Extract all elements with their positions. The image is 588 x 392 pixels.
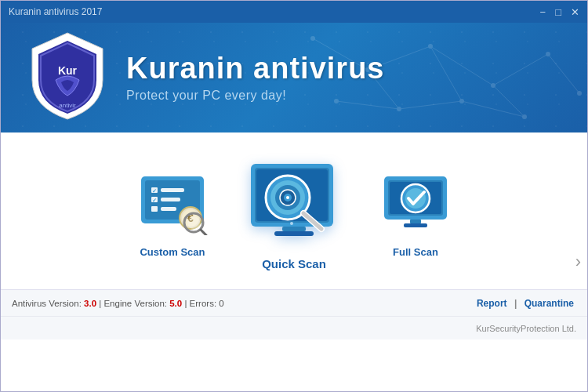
svg-point-18 (522, 114, 527, 119)
svg-rect-58 (410, 220, 421, 223)
header-banner: Kur antivir Kuranin antivirus Protect yo… (1, 23, 587, 132)
report-link[interactable]: Report (477, 298, 507, 309)
svg-point-13 (428, 44, 433, 49)
svg-text:Kur: Kur (58, 64, 78, 77)
engine-version-value: 5.0 (169, 299, 182, 308)
close-button[interactable]: ✕ (571, 7, 579, 17)
window-controls: − □ ✕ (540, 7, 579, 17)
svg-point-11 (310, 36, 315, 41)
engine-version-label: Engine Version: (103, 299, 167, 308)
errors-count-value: 0 (219, 299, 223, 308)
link-separator: | (514, 298, 517, 309)
app-tagline: Protect your PC every day! (126, 89, 385, 103)
svg-point-47 (286, 196, 289, 199)
maximize-button[interactable]: □ (555, 7, 561, 17)
svg-text:antivir: antivir (59, 102, 76, 109)
svg-rect-25 (161, 188, 184, 192)
antivirus-version-label: Antivirus Version: (12, 299, 82, 308)
quick-scan-icon-wrapper (247, 160, 341, 249)
svg-line-38 (201, 230, 206, 235)
svg-point-52 (290, 222, 293, 225)
copyright-text: KurSecurityProtection Ltd. (476, 324, 576, 333)
minimize-button[interactable]: − (540, 7, 546, 17)
antivirus-version-value: 3.0 (84, 299, 96, 308)
svg-line-2 (430, 46, 493, 85)
svg-line-9 (462, 101, 524, 117)
svg-rect-51 (274, 231, 314, 236)
custom-scan-icon-wrapper: ✓ ✓ € (137, 172, 208, 238)
svg-rect-59 (404, 223, 427, 227)
logo-shield: Kur antivir (24, 29, 111, 126)
svg-point-15 (546, 52, 550, 56)
quarantine-link[interactable]: Quarantine (524, 298, 574, 309)
svg-text:✓: ✓ (152, 188, 157, 194)
svg-rect-50 (282, 227, 306, 231)
custom-scan-icon: ✓ ✓ € (137, 172, 208, 235)
window-title: Kuranin antivirus 2017 (9, 6, 102, 17)
full-scan-label: Full Scan (393, 246, 438, 258)
app-window: Kuranin antivirus 2017 − □ ✕ (0, 0, 588, 392)
quick-scan-icon (247, 160, 341, 246)
bottom-links: Report | Quarantine (474, 298, 576, 309)
svg-line-3 (493, 54, 548, 85)
custom-scan-label: Custom Scan (140, 246, 205, 258)
svg-line-10 (548, 54, 579, 93)
full-scan-icon (380, 172, 451, 235)
svg-point-37 (187, 216, 200, 229)
svg-text:✓: ✓ (152, 198, 157, 203)
errors-label: Errors: (190, 299, 217, 308)
svg-point-16 (397, 107, 401, 111)
quick-scan-label: Quick Scan (262, 257, 326, 270)
footer-bar: KurSecurityProtection Ltd. (1, 316, 587, 339)
svg-rect-27 (161, 207, 176, 211)
svg-line-5 (430, 46, 462, 101)
full-scan-icon-wrapper (380, 172, 451, 238)
scan-options-row: ✓ ✓ € Custom Scan (1, 132, 587, 289)
app-brand-name: Kuranin antivirus (126, 53, 385, 85)
quick-scan-item[interactable]: Quick Scan (247, 160, 341, 270)
svg-line-6 (493, 85, 524, 117)
svg-point-14 (491, 83, 495, 88)
bottom-bar: Antivirus Version: 3.0 | Engine Version:… (1, 289, 587, 316)
header-text: Kuranin antivirus Protect your PC every … (126, 53, 385, 103)
svg-point-17 (459, 99, 464, 103)
main-content: ✓ ✓ € Custom Scan (1, 132, 587, 391)
full-scan-item[interactable]: Full Scan (380, 172, 451, 258)
svg-point-20 (577, 91, 582, 96)
custom-scan-item[interactable]: ✓ ✓ € Custom Scan (137, 172, 208, 258)
scroll-right-arrow[interactable]: › (575, 252, 581, 272)
status-bar: Antivirus Version: 3.0 | Engine Version:… (12, 299, 224, 308)
svg-rect-26 (161, 198, 180, 201)
svg-rect-32 (151, 206, 158, 212)
titlebar: Kuranin antivirus 2017 − □ ✕ (1, 1, 587, 23)
svg-line-8 (399, 101, 462, 109)
